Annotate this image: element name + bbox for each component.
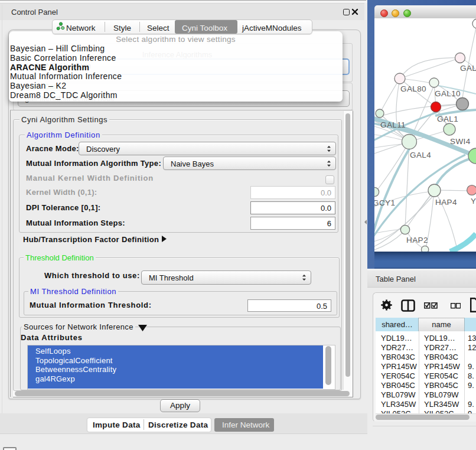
svg-text:GAL: GAL: [460, 64, 476, 73]
svg-text:Y: Y: [471, 197, 476, 206]
svg-text:HAP4: HAP4: [435, 198, 457, 207]
svg-text:SWI4: SWI4: [450, 137, 471, 146]
svg-text:GAL10: GAL10: [435, 89, 461, 98]
svg-text:GAL4: GAL4: [410, 151, 431, 159]
svg-text:HAP2: HAP2: [406, 236, 428, 244]
svg-text:GAL1: GAL1: [437, 115, 458, 123]
svg-text:GAL80: GAL80: [400, 84, 426, 93]
svg-text:GAL11: GAL11: [380, 120, 406, 129]
svg-text:GCY1: GCY1: [374, 198, 395, 207]
